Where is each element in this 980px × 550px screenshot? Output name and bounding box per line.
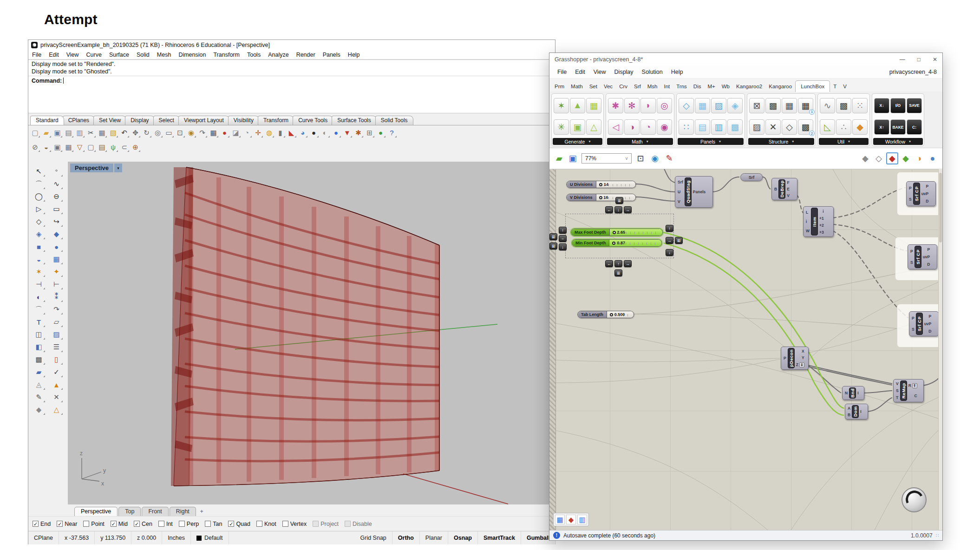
slider-knob[interactable]	[610, 313, 613, 316]
ribbon-icon[interactable]: ◆	[852, 119, 868, 135]
zoom-window-icon[interactable]: ▭	[163, 127, 174, 138]
output-port[interactable]: Y	[802, 355, 804, 360]
status-toggle[interactable]: Planar	[420, 531, 448, 544]
input-port[interactable]: S	[910, 260, 913, 265]
tool-layers[interactable]: ☰	[50, 341, 64, 353]
remote-control-button[interactable]: →	[624, 206, 632, 213]
command-area[interactable]: Display mode set to "Rendered".Display m…	[28, 59, 555, 113]
ribbon-icon[interactable]: ⊠	[749, 98, 764, 113]
tool-surface-grid[interactable]: ▦	[50, 253, 64, 265]
input-port[interactable]: P	[909, 186, 912, 190]
render-icon[interactable]: ▼	[342, 127, 353, 138]
undo-icon[interactable]: ↶	[119, 127, 130, 138]
tool-hatch[interactable]: ▨	[50, 328, 64, 340]
open-document-icon[interactable]: ▰	[554, 153, 565, 164]
tool-plane[interactable]: ▰	[32, 366, 46, 378]
preview-half-icon[interactable]: ◑	[914, 153, 925, 164]
input-port[interactable]: S	[909, 197, 912, 202]
preview-shaded-icon[interactable]: ◆	[887, 153, 898, 164]
canvas-scrollbar[interactable]	[938, 169, 942, 530]
menu-item[interactable]: Solid	[133, 52, 153, 58]
slider-knob[interactable]	[599, 183, 602, 186]
menu-item[interactable]: Tools	[243, 52, 264, 58]
menu-item[interactable]: Transform	[209, 52, 243, 58]
ribbon-icon[interactable]: I/O	[890, 98, 906, 113]
ribbon-icon[interactable]: BAKE	[890, 119, 906, 135]
ribbon-icon[interactable]: ▩	[727, 119, 743, 135]
ribbon-icon[interactable]: ✻	[624, 98, 640, 113]
gumball-icon[interactable]: ◣	[286, 127, 297, 138]
ribbon-group-label[interactable]: Structure▾	[748, 138, 814, 145]
output-port[interactable]: +2	[819, 223, 824, 228]
osnap-toggle[interactable]: Mid	[111, 521, 128, 527]
output-port[interactable]: P	[928, 247, 930, 252]
checkbox[interactable]	[179, 521, 185, 527]
ribbon-icon[interactable]: ▤	[695, 119, 710, 135]
print-icon[interactable]: ▤	[63, 127, 74, 138]
ribbon-icon[interactable]: ✱	[608, 98, 623, 113]
tool-pyramid[interactable]: ▲	[50, 379, 64, 391]
grid-display-icon[interactable]: ▦	[555, 515, 565, 524]
menu-item[interactable]: Surface	[105, 52, 133, 58]
ribbon-icon[interactable]: ◔	[640, 119, 656, 135]
new-file-icon[interactable]: ▢	[30, 127, 40, 138]
output-port[interactable]: Z⇓	[796, 362, 804, 367]
disable-icon[interactable]: ⊘	[30, 142, 40, 152]
menu-item[interactable]: Edit	[571, 69, 589, 75]
category-tab[interactable]: Int	[660, 81, 673, 92]
tool-pencil[interactable]: ✎	[32, 391, 46, 403]
tool-surface-patch[interactable]: ◆	[50, 228, 64, 240]
remote-control-button[interactable]: ⊞	[675, 237, 683, 244]
ribbon-icon[interactable]: ▦	[586, 98, 601, 113]
category-tab[interactable]: M+	[704, 81, 718, 92]
checkbox[interactable]	[111, 521, 117, 527]
component-debrep[interactable]: B DeBrep FEV	[771, 178, 797, 200]
toolbar-tab[interactable]: Transform	[258, 116, 294, 125]
panel-display-icon[interactable]: ▥	[577, 515, 587, 524]
remote-control-button[interactable]: →	[666, 237, 673, 244]
osnap-toggle[interactable]: Int	[158, 521, 173, 527]
remote-control-button[interactable]: ≣	[615, 197, 623, 204]
tool-dimension[interactable]: ▱	[50, 316, 64, 328]
toolbar-tab[interactable]: Visibility	[228, 116, 259, 125]
number-slider[interactable]: V Divisions 16	[566, 194, 636, 201]
minimize-icon[interactable]: —	[900, 56, 905, 63]
settings-icon[interactable]: ✱	[353, 127, 364, 138]
menu-item[interactable]: View	[589, 69, 610, 75]
ribbon-icon[interactable]: △	[586, 119, 601, 135]
box-edit-icon[interactable]: ▢	[85, 142, 96, 152]
preview-off-icon[interactable]: ◆	[860, 153, 871, 164]
add-viewport-icon[interactable]: +	[197, 507, 207, 516]
category-tab[interactable]: Math	[568, 81, 586, 92]
maximize-icon[interactable]: □	[917, 56, 921, 63]
checkbox[interactable]	[205, 521, 211, 527]
menu-item[interactable]: Dimension	[175, 52, 209, 58]
component-domain[interactable]: AB Dom I	[845, 404, 868, 419]
command-prompt[interactable]: Command:	[28, 76, 555, 85]
zoom-icon[interactable]: ◎	[152, 127, 163, 138]
grasshopper-canvas[interactable]: ≣←↓→←↑→≣↑−↓⊞⊞↑→⊞↓ U Divisions 14 V Divis…	[549, 169, 942, 530]
checkbox[interactable]	[282, 521, 288, 527]
tool-box[interactable]: ■	[32, 241, 46, 253]
tool-array[interactable]: ▩	[32, 354, 46, 366]
zoom-level-select[interactable]: 77%˅	[581, 153, 632, 164]
import-icon[interactable]: ▥	[74, 127, 85, 138]
tool-explode[interactable]: ✦	[50, 266, 64, 278]
cut-icon[interactable]: ✂	[85, 127, 96, 138]
input-port[interactable]: B	[774, 187, 777, 191]
ribbon-icon[interactable]: ✶	[554, 98, 569, 113]
remote-control-button[interactable]: ≣	[614, 269, 622, 276]
tool-text[interactable]: T	[32, 316, 46, 328]
ribbon-icon[interactable]: ◁	[608, 119, 623, 135]
grass-icon[interactable]: ψ	[108, 142, 118, 152]
menu-item[interactable]: Panels	[319, 52, 344, 58]
copy-icon[interactable]: ▦	[97, 127, 107, 138]
component-srf-cp[interactable]: PS Srf CP PuvPD	[909, 311, 939, 336]
osnap-toggle[interactable]: Disable	[345, 521, 372, 527]
ribbon-icon[interactable]: ▩2	[798, 119, 813, 135]
output-port[interactable]: +3	[819, 230, 824, 235]
remote-control-button[interactable]: ↓	[559, 243, 567, 250]
grasshopper-titlebar[interactable]: Grasshopper - privacyscreen_4-8* —□✕	[549, 53, 942, 65]
category-tab[interactable]: Set	[586, 81, 601, 92]
category-tab[interactable]: T	[830, 81, 840, 92]
